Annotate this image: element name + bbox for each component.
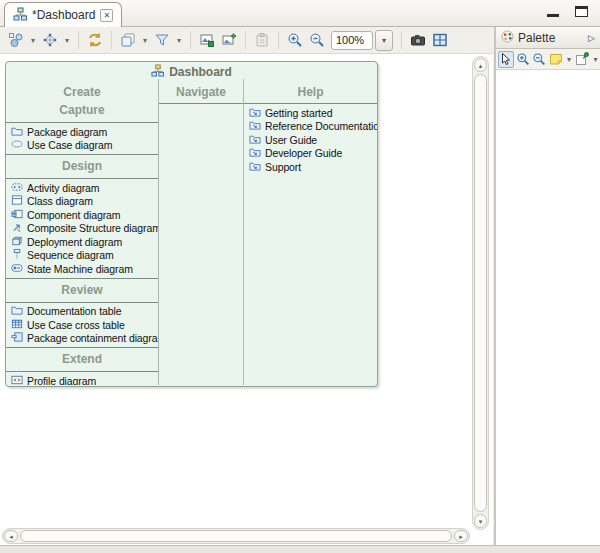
containment-icon <box>11 331 23 345</box>
dashboard-panel: Dashboard Create Capture Package diagram… <box>5 61 378 387</box>
scroll-left-icon[interactable]: ◂ <box>4 530 18 542</box>
state-machine-icon <box>11 262 23 276</box>
divider <box>244 103 377 104</box>
shortcut-folder-icon <box>249 146 261 160</box>
chevron-down-icon[interactable]: ▾ <box>140 36 150 45</box>
diagram-canvas[interactable]: Dashboard Create Capture Package diagram… <box>0 54 493 545</box>
zoom-out-icon[interactable] <box>307 30 327 50</box>
help-column: Help Getting started Reference Documenta… <box>244 79 377 385</box>
horizontal-scrollbar-thumb[interactable] <box>20 530 452 542</box>
list-item-user-guide[interactable]: User Guide <box>244 133 377 147</box>
list-item-activity-diagram[interactable]: Activity diagram <box>6 181 158 195</box>
shortcut-tool-icon[interactable] <box>574 51 589 68</box>
diagram-elements-icon[interactable] <box>6 30 26 50</box>
extend-subheader: Extend <box>6 350 158 369</box>
palette-header[interactable]: Palette ▷ <box>496 27 600 49</box>
chevron-down-icon[interactable]: ▾ <box>174 36 184 45</box>
divider <box>6 122 158 123</box>
capture-subheader: Capture <box>6 101 158 120</box>
zoom-in-icon[interactable] <box>285 30 305 50</box>
list-item-developer-guide[interactable]: Developer Guide <box>244 147 377 161</box>
help-header: Help <box>244 79 377 101</box>
divider <box>6 371 158 372</box>
bottom-strip <box>0 545 600 553</box>
toolbar-separator <box>245 31 246 49</box>
list-item-documentation-table[interactable]: Documentation table <box>6 305 158 319</box>
palette-body[interactable] <box>496 71 600 545</box>
scroll-up-icon[interactable]: ▴ <box>474 58 487 72</box>
copy-appearance-icon[interactable] <box>118 30 138 50</box>
shortcut-folder-icon <box>249 106 261 120</box>
palette-toolbar: ▾ ▾ <box>496 49 600 70</box>
zoom-level-input[interactable] <box>331 31 373 50</box>
list-item-usecase-cross-table[interactable]: Use Case cross table <box>6 318 158 332</box>
divider <box>6 178 158 179</box>
folder-icon <box>11 125 23 139</box>
tab-label: *Dashboard <box>32 8 95 22</box>
profile-icon <box>11 374 23 385</box>
toolbar-separator <box>278 31 279 49</box>
list-item-deployment-diagram[interactable]: Deployment diagram <box>6 235 158 249</box>
scroll-right-icon[interactable]: ▸ <box>454 530 468 542</box>
list-item-package-diagram[interactable]: Package diagram <box>6 125 158 139</box>
screenshot-icon[interactable] <box>408 30 428 50</box>
design-subheader: Design <box>6 157 158 176</box>
minimize-icon[interactable] <box>547 14 559 17</box>
paste-icon[interactable] <box>252 30 272 50</box>
zoom-in-tool-icon[interactable] <box>515 51 530 68</box>
list-item-component-diagram[interactable]: Component diagram <box>6 208 158 222</box>
arrange-layout-icon[interactable] <box>40 30 60 50</box>
shortcut-folder-icon <box>249 133 261 147</box>
divider <box>6 278 158 279</box>
add-image-icon[interactable] <box>219 30 239 50</box>
chevron-down-icon[interactable]: ▾ <box>62 36 72 45</box>
vertical-scrollbar-thumb[interactable] <box>474 74 487 512</box>
shortcut-folder-icon <box>249 160 261 174</box>
navigate-header: Navigate <box>159 79 243 101</box>
diagram-toolbar: ▾ ▾ ▾ ▾ <box>0 27 493 54</box>
flyout-arrow-icon[interactable]: ▷ <box>588 33 595 43</box>
list-item-profile-diagram[interactable]: Profile diagram <box>6 374 158 385</box>
list-item-composite-structure-diagram[interactable]: Composite Structure diagram <box>6 222 158 236</box>
chevron-down-icon[interactable]: ▾ <box>28 36 38 45</box>
chevron-down-icon[interactable]: ▾ <box>564 55 573 64</box>
chevron-down-icon[interactable]: ▾ <box>591 55 600 64</box>
vertical-scrollbar[interactable]: ▴ ▾ <box>472 56 489 530</box>
tab-dashboard[interactable]: *Dashboard ✕ <box>4 2 122 27</box>
list-item-usecase-diagram[interactable]: Use Case diagram <box>6 139 158 153</box>
divider <box>6 154 158 155</box>
list-item-sequence-diagram[interactable]: Sequence diagram <box>6 249 158 263</box>
dashboard-tab-icon <box>13 7 27 24</box>
zoom-out-tool-icon[interactable] <box>531 51 546 68</box>
activity-icon <box>11 181 23 195</box>
palette-panel: Palette ▷ ▾ ▾ <box>494 27 600 545</box>
synchronize-icon[interactable] <box>85 30 105 50</box>
scroll-down-icon[interactable]: ▾ <box>474 514 487 528</box>
composite-structure-icon <box>11 221 23 235</box>
horizontal-scrollbar[interactable]: ◂ ▸ <box>2 528 470 544</box>
filters-icon[interactable] <box>152 30 172 50</box>
review-subheader: Review <box>6 281 158 300</box>
note-tool-icon[interactable] <box>548 51 563 68</box>
divider <box>6 347 158 348</box>
divider <box>159 103 243 104</box>
close-icon[interactable]: ✕ <box>100 9 113 22</box>
shortcut-folder-icon <box>249 119 261 133</box>
component-icon <box>11 208 23 222</box>
select-tool-icon[interactable] <box>498 51 514 68</box>
diagram-overview-icon[interactable] <box>430 30 450 50</box>
export-image-icon[interactable] <box>197 30 217 50</box>
toolbar-separator <box>401 31 402 49</box>
list-item-getting-started[interactable]: Getting started <box>244 106 377 120</box>
maximize-icon[interactable] <box>575 6 588 17</box>
list-item-package-containment-diagram[interactable]: Package containment diagram <box>6 332 158 346</box>
list-item-state-machine-diagram[interactable]: State Machine diagram <box>6 262 158 276</box>
folder-icon <box>11 304 23 318</box>
class-icon <box>11 194 23 208</box>
list-item-class-diagram[interactable]: Class diagram <box>6 195 158 209</box>
list-item-reference-documentation[interactable]: Reference Documentation <box>244 120 377 134</box>
zoom-level-dropdown[interactable]: ▾ <box>375 30 393 51</box>
navigate-column: Navigate <box>159 79 244 385</box>
create-header: Create <box>6 79 158 101</box>
list-item-support[interactable]: Support <box>244 160 377 174</box>
